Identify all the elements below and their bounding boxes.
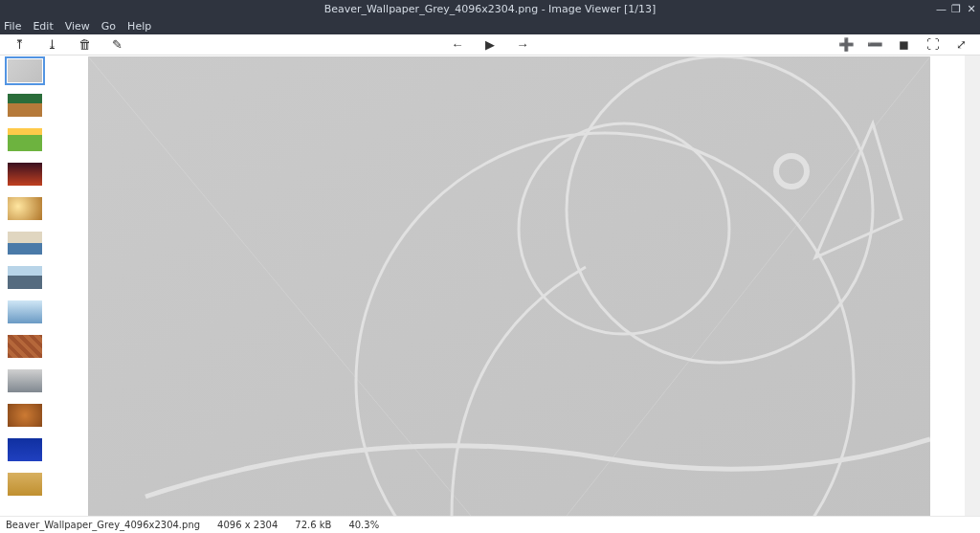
status-filename: Beaver_Wallpaper_Grey_4096x2304.png bbox=[6, 520, 200, 530]
save-button[interactable]: ⤓ bbox=[44, 37, 59, 53]
status-zoom: 40.3% bbox=[348, 520, 379, 530]
thumbnail-1[interactable] bbox=[8, 59, 42, 82]
menu-help[interactable]: Help bbox=[127, 20, 151, 33]
toolbar-group-right: ➕ ➖ ◼ ⛶ ⤢ bbox=[838, 37, 969, 53]
menu-view[interactable]: View bbox=[65, 20, 90, 33]
minimize-button[interactable]: — bbox=[936, 3, 946, 15]
thumbnail-5[interactable] bbox=[8, 197, 42, 220]
thumbnail-2[interactable] bbox=[8, 94, 42, 117]
zoom-in-button[interactable]: ➕ bbox=[838, 37, 854, 53]
play-button[interactable]: ▶ bbox=[482, 37, 498, 53]
thumbnail-8[interactable] bbox=[8, 300, 42, 323]
vertical-scrollbar[interactable] bbox=[965, 56, 980, 516]
play-icon: ▶ bbox=[485, 37, 495, 52]
pencil-icon: ✎ bbox=[112, 37, 122, 52]
maximize-button[interactable]: ❐ bbox=[951, 3, 961, 15]
toolbar-group-center: ← ▶ → bbox=[450, 37, 530, 53]
viewer-area bbox=[54, 56, 965, 516]
fullscreen-button[interactable]: ⤢ bbox=[953, 37, 969, 53]
thumbnail-12[interactable] bbox=[8, 438, 42, 461]
next-button[interactable]: → bbox=[515, 37, 530, 53]
titlebar: Beaver_Wallpaper_Grey_4096x2304.png - Im… bbox=[0, 0, 980, 17]
thumbnail-3[interactable] bbox=[8, 128, 42, 151]
menu-go[interactable]: Go bbox=[101, 20, 116, 33]
thumbnail-7[interactable] bbox=[8, 266, 42, 289]
thumbnail-11[interactable] bbox=[8, 404, 42, 427]
zoom-fit-icon: ⛶ bbox=[926, 37, 939, 52]
thumbnail-13[interactable] bbox=[8, 473, 42, 496]
open-button[interactable]: ⤒ bbox=[11, 37, 27, 53]
trash-icon: 🗑 bbox=[78, 37, 91, 52]
zoom-out-icon: ➖ bbox=[867, 37, 883, 52]
thumbnail-9[interactable] bbox=[8, 335, 42, 358]
previous-button[interactable]: ← bbox=[450, 37, 465, 53]
fullscreen-icon: ⤢ bbox=[956, 37, 967, 52]
arrow-right-icon: → bbox=[516, 37, 528, 52]
menu-edit[interactable]: Edit bbox=[33, 20, 53, 33]
arrow-left-icon: ← bbox=[451, 37, 463, 52]
statusbar: Beaver_Wallpaper_Grey_4096x2304.png 4096… bbox=[0, 516, 980, 533]
thumbnail-panel[interactable] bbox=[0, 56, 54, 516]
edit-button[interactable]: ✎ bbox=[109, 37, 124, 53]
zoom-in-icon: ➕ bbox=[838, 37, 855, 52]
delete-button[interactable]: 🗑 bbox=[77, 37, 92, 53]
zoom-out-button[interactable]: ➖ bbox=[867, 37, 882, 53]
close-button[interactable]: ✕ bbox=[967, 3, 976, 15]
image-canvas[interactable] bbox=[88, 56, 930, 516]
thumbnail-6[interactable] bbox=[8, 232, 42, 255]
zoom-original-button[interactable]: ◼ bbox=[896, 37, 911, 53]
toolbar: ⤒ ⤓ 🗑 ✎ ← ▶ → ➕ ➖ ◼ ⛶ ⤢ bbox=[0, 34, 980, 56]
open-icon: ⤒ bbox=[14, 37, 25, 52]
thumbnail-4[interactable] bbox=[8, 163, 42, 186]
status-filesize: 72.6 kB bbox=[295, 520, 331, 530]
main-body bbox=[0, 56, 980, 516]
zoom-original-icon: ◼ bbox=[899, 37, 909, 52]
save-icon: ⤓ bbox=[47, 37, 57, 52]
toolbar-group-left: ⤒ ⤓ 🗑 ✎ bbox=[11, 37, 124, 53]
window-title: Beaver_Wallpaper_Grey_4096x2304.png - Im… bbox=[324, 3, 656, 15]
zoom-fit-button[interactable]: ⛶ bbox=[924, 37, 940, 53]
beaver-wallpaper-illustration bbox=[88, 56, 930, 516]
window-controls: — ❐ ✕ bbox=[936, 3, 976, 15]
menubar: File Edit View Go Help bbox=[0, 17, 980, 34]
status-dimensions: 4096 x 2304 bbox=[217, 520, 278, 530]
thumbnail-10[interactable] bbox=[8, 369, 42, 392]
menu-file[interactable]: File bbox=[4, 20, 21, 33]
